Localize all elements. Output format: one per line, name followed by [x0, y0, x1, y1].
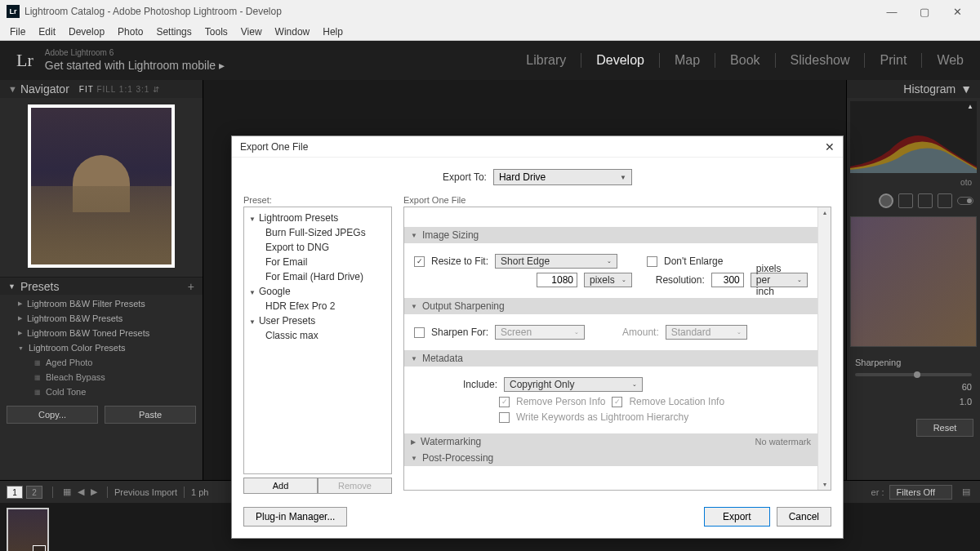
view-compare[interactable]: 2 [26, 486, 42, 499]
histogram-label: oto [847, 176, 980, 189]
preset-add-button[interactable]: Add [243, 478, 318, 494]
histogram[interactable]: ▲ [850, 101, 977, 173]
thumbnail[interactable] [7, 508, 49, 551]
preset-group[interactable]: Lightroom Color Presets [0, 340, 203, 355]
section-post-processing[interactable]: Post-Processing [404, 450, 817, 466]
module-develop[interactable]: Develop [596, 53, 644, 68]
preset-group[interactable]: User Presets [246, 313, 390, 328]
cancel-button[interactable]: Cancel [777, 507, 831, 527]
preset-item[interactable]: Aged Photo [0, 355, 203, 370]
module-map[interactable]: Map [675, 53, 700, 68]
maximize-button[interactable]: ▢ [908, 6, 941, 18]
detail-preview[interactable] [850, 216, 977, 347]
menu-view[interactable]: View [234, 24, 269, 39]
view-single[interactable]: 1 [7, 486, 23, 499]
toggle-switch[interactable] [957, 197, 973, 205]
section-metadata[interactable]: Metadata [404, 350, 817, 367]
lightroom-logo: Lr [16, 50, 33, 71]
presets-header[interactable]: ▼ Presets + [0, 277, 203, 295]
paste-button[interactable]: Paste [105, 406, 196, 424]
radius-value: 1.0 [960, 397, 972, 407]
preset-group[interactable]: Lightroom B&W Presets [0, 311, 203, 326]
size-input[interactable] [537, 273, 577, 287]
close-button[interactable]: ✕ [941, 6, 973, 18]
include-label: Include: [463, 379, 497, 390]
menu-file[interactable]: File [3, 24, 32, 39]
preset-group[interactable]: Lightroom Presets [246, 211, 390, 225]
menu-photo[interactable]: Photo [111, 24, 149, 39]
module-web[interactable]: Web [937, 53, 964, 68]
nav-back-icon[interactable]: ◀ [78, 487, 84, 497]
navigator-header[interactable]: ▼ Navigator FIT FILL 1:1 3:1 ⇵ [0, 80, 203, 98]
crop-tool-icon[interactable] [879, 193, 893, 208]
source-label[interactable]: Previous Import [114, 487, 177, 497]
menu-edit[interactable]: Edit [32, 24, 62, 39]
preset-tree[interactable]: Lightroom Presets Burn Full-Sized JPEGs … [243, 207, 392, 474]
resolution-unit-select[interactable]: pixels per inch⌄ [751, 273, 808, 287]
menu-develop[interactable]: Develop [62, 24, 111, 39]
amount-label: Amount: [622, 327, 659, 338]
preset-item[interactable]: Classic max [246, 328, 390, 343]
preset-item[interactable]: For Email [246, 255, 390, 269]
export-to-label: Export To: [443, 171, 487, 183]
reset-button[interactable]: Reset [916, 419, 973, 437]
resize-mode-select[interactable]: Short Edge⌄ [495, 254, 617, 269]
section-output-sharpening[interactable]: Output Sharpening [404, 298, 817, 314]
module-book[interactable]: Book [730, 53, 760, 68]
redeye-tool-icon[interactable] [918, 193, 933, 208]
menu-help[interactable]: Help [316, 24, 350, 39]
nav-forward-icon[interactable]: ▶ [91, 487, 97, 497]
size-unit-select[interactable]: pixels⌄ [584, 273, 632, 287]
sharpen-checkbox[interactable] [414, 327, 425, 338]
copy-button[interactable]: Copy... [7, 406, 98, 424]
preset-item[interactable]: Burn Full-Sized JPEGs [246, 225, 390, 240]
menu-window[interactable]: Window [269, 24, 317, 39]
settings-scroll[interactable]: Image Sizing Resize to Fit: Short Edge⌄ … [404, 207, 817, 490]
settings-scrollbar[interactable]: ▴▾ [817, 207, 831, 490]
remove-location-label: Remove Location Info [629, 396, 724, 407]
resolution-label: Resolution: [656, 274, 705, 286]
preset-item[interactable]: For Email (Hard Drive) [246, 269, 390, 284]
resize-checkbox[interactable] [414, 256, 425, 267]
add-preset-icon[interactable]: + [188, 280, 194, 293]
navigator-title: Navigator [20, 82, 69, 96]
module-library[interactable]: Library [526, 53, 566, 68]
sharpening-slider[interactable] [855, 373, 972, 376]
preset-group[interactable]: Google [246, 284, 390, 299]
preset-group[interactable]: Lightroom B&W Toned Presets [0, 326, 203, 340]
export-button[interactable]: Export [704, 507, 770, 527]
resolution-input[interactable] [711, 273, 744, 287]
menu-settings[interactable]: Settings [149, 24, 198, 39]
preset-item[interactable]: HDR Efex Pro 2 [246, 299, 390, 313]
preset-remove-button[interactable]: Remove [318, 478, 392, 494]
spot-tool-icon[interactable] [898, 193, 913, 208]
plugin-manager-button[interactable]: Plug-in Manager... [243, 507, 347, 527]
remove-person-checkbox [499, 397, 510, 407]
export-dialog: Export One File ✕ Export To: Hard Drive▼… [231, 136, 844, 539]
sharpening-label: Sharpening [855, 358, 901, 367]
include-select[interactable]: Copyright Only⌄ [504, 377, 643, 392]
preset-item[interactable]: Cold Tone [0, 384, 203, 399]
minimize-button[interactable]: — [875, 6, 908, 18]
preset-item[interactable]: Export to DNG [246, 240, 390, 255]
section-image-sizing[interactable]: Image Sizing [404, 227, 817, 243]
preset-item[interactable]: Bleach Bypass [0, 370, 203, 384]
menu-bar: File Edit Develop Photo Settings Tools V… [0, 23, 980, 41]
histogram-header[interactable]: Histogram▼ [847, 80, 980, 98]
presets-title: Presets [20, 280, 59, 293]
window-titlebar: Lr Lightroom Catalog - Adobe Photoshop L… [0, 0, 980, 23]
module-print[interactable]: Print [880, 53, 906, 68]
dont-enlarge-checkbox[interactable] [647, 256, 657, 267]
menu-tools[interactable]: Tools [198, 24, 234, 39]
section-watermarking[interactable]: WatermarkingNo watermark [404, 433, 817, 450]
grid-icon[interactable]: ▦ [63, 487, 71, 497]
export-to-select[interactable]: Hard Drive▼ [493, 169, 632, 185]
tool-strip [847, 189, 980, 213]
navigator-preview[interactable] [0, 98, 203, 277]
filter-lock-icon[interactable]: ▤ [962, 487, 970, 497]
gradient-tool-icon[interactable] [938, 193, 952, 208]
filter-select[interactable]: Filters Off [889, 485, 952, 500]
module-slideshow[interactable]: Slideshow [791, 53, 850, 68]
dialog-close-button[interactable]: ✕ [825, 140, 835, 153]
preset-group[interactable]: Lightroom B&W Filter Presets [0, 296, 203, 311]
